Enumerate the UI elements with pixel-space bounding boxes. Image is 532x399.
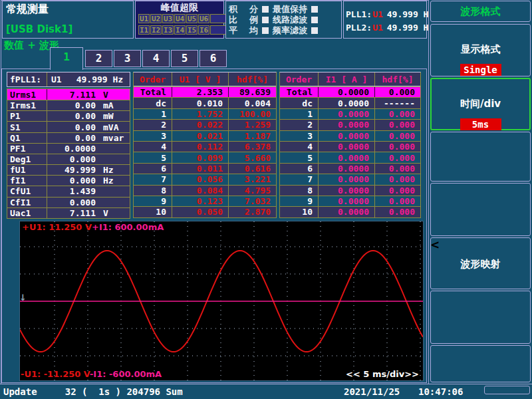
harmonic-hdf: 0.004 [228, 98, 276, 108]
softkey-6[interactable]: 波形映射 [430, 237, 531, 289]
measure-unit: V [98, 90, 130, 100]
harmonic-value: 0.0000 [318, 87, 374, 97]
fpll1-header: fPLL1: U1 49.999 Hz [7, 72, 130, 87]
harmonic-row-7: 70.00000.000 [280, 174, 420, 184]
harmonic-hdf: 0.000 [374, 109, 420, 119]
harmonic-hdf: 7.032 [228, 196, 276, 206]
measure-value: 0.00 [47, 133, 98, 143]
harmonic-col-header: Order [280, 72, 318, 86]
harmonic-order: 3 [280, 131, 318, 141]
harmonic-value: 0.0000 [318, 164, 374, 174]
harmonic-value: 0.0000 [318, 196, 374, 206]
measure-label: fU1 [7, 165, 47, 175]
harmonic-row-4: 40.00000.000 [280, 141, 420, 152]
fpll1-label: fPLL1: [7, 72, 47, 86]
pll-source: U1 [372, 9, 383, 19]
harmonic-hdf: 0.000 [374, 152, 420, 162]
measure-label: Irms1 [7, 100, 47, 110]
harmonic-value: 0.0000 [318, 207, 374, 217]
harmonic-order: 9 [134, 196, 172, 206]
harmonic-total-row: Total0.00000.000 [280, 86, 420, 97]
harmonic-value: 0.011 [172, 164, 228, 174]
harmonic-row-8: 80.0844.795 [134, 185, 276, 196]
harmonic-row-3: 30.0211.187 [134, 130, 276, 141]
harmonic-value: 0.0000 [318, 120, 374, 130]
peak-overlimit-box: 峰值超限 U1U2U3U4U5U6 I1I2I3I4I5I6 [135, 1, 224, 39]
measure-row-fu1: fU149.999Hz [7, 164, 130, 175]
harmonic-order: 10 [134, 207, 172, 217]
harmonic-row-9: 90.00000.000 [280, 196, 420, 206]
measure-unit: Hz [98, 176, 130, 186]
harmonic-order: dc [134, 98, 172, 108]
peak-cell-u4: U4 [174, 14, 186, 23]
measure-unit: Hz [98, 165, 130, 175]
tab-page-4[interactable]: 4 [142, 50, 170, 67]
harmonic-value: 0.0000 [318, 98, 374, 108]
indicator-square-icon [311, 6, 318, 13]
measure-row-urms1: Urms17.111V [7, 89, 130, 100]
harmonic-hdf: 0.000 [374, 131, 420, 141]
indicator-label: 频率滤波 [273, 25, 307, 37]
peak-cell-u2: U2 [150, 14, 162, 23]
peak-cell-i2: I2 [150, 25, 162, 35]
harmonic-hdf: 1.259 [228, 120, 276, 130]
measure-row-deg1: Deg10.000 [7, 154, 130, 164]
harmonic-value: 0.010 [172, 98, 228, 108]
measure-label: fI1 [7, 176, 47, 186]
harmonic-row-8: 80.00000.000 [280, 185, 420, 196]
measure-row-pf1: PF10.0000 [7, 143, 130, 154]
waveform-bottom-scale: -U1: -11.250 V-I1: -600.00mA [21, 369, 162, 379]
softkey-2[interactable]: 显示格式Single [430, 24, 531, 76]
measure-value: 1.439 [47, 186, 98, 196]
measure-label: Deg1 [7, 154, 47, 164]
harmonic-header-row: OrderI1 [ A ]hdf[%] [280, 72, 420, 86]
harmonic-value: 0.0000 [318, 131, 374, 141]
harmonic-order: 1 [134, 109, 172, 119]
measure-label: S1 [7, 122, 47, 132]
measure-label: Uac1 [7, 208, 47, 218]
softkey-5 [430, 183, 531, 236]
status-time: 10:47:06 [418, 386, 463, 397]
measure-row-fi1: fI10.000Hz [7, 175, 130, 186]
harmonic-order: 2 [280, 120, 318, 130]
tab-page-3[interactable]: 3 [114, 50, 141, 67]
pll1-readout: PLL1:U149.999 Hz [344, 7, 426, 21]
i1-bottom-scale: -I1: -600.00mA [90, 369, 162, 379]
fpll1-value: 49.999 Hz [76, 74, 123, 84]
harmonic-value: 0.022 [172, 120, 228, 130]
measure-unit: V [98, 208, 130, 218]
header-mode-box: 常规测量 [USB Disk1] [2, 1, 134, 39]
timebase-label: << 5 ms/div>> [346, 369, 419, 379]
harmonic-order: 5 [280, 152, 318, 162]
measure-value: 0.00 [47, 111, 98, 121]
harmonic-value: 0.050 [172, 207, 228, 217]
harmonic-col-header: Order [134, 72, 172, 86]
harmonic-col-header: hdf[%] [374, 72, 420, 86]
tab-page-5[interactable]: 5 [171, 50, 198, 67]
harmonic-hdf: 0.000 [374, 87, 420, 97]
harmonic-hdf: 0.000 [374, 196, 420, 206]
harmonic-order: 8 [280, 186, 318, 196]
tab-page-6[interactable]: 6 [200, 50, 227, 67]
tab-page-2[interactable]: 2 [85, 50, 112, 67]
pll-name: PLL2: [346, 23, 372, 33]
harmonic-order: dc [280, 98, 318, 108]
measure-label: P1 [7, 111, 47, 121]
measure-label: CfI1 [7, 198, 47, 207]
tab-page-1[interactable]: 1 [50, 47, 83, 70]
harmonic-order: 1 [280, 109, 318, 119]
softkey-3[interactable]: 时间/div5ms [430, 78, 531, 130]
peak-overlimit-title: 峰值超限 [136, 2, 223, 14]
waveform-canvas [20, 221, 423, 380]
harmonic-order: 7 [280, 174, 318, 184]
sidebar-title: 波形格式 [431, 1, 530, 18]
peak-cell-u5: U5 [186, 14, 198, 23]
u1-top-scale: +U1: 11.250 V [22, 222, 92, 232]
i1-top-scale: +I1: 600.00mA [92, 222, 164, 232]
fpll1-source: U1 [47, 74, 62, 84]
harmonic-order: 4 [134, 142, 172, 152]
measure-unit: mVA [98, 122, 130, 132]
harmonic-row-9: 90.1237.032 [134, 196, 276, 206]
peak-cell-i1: I1 [138, 25, 150, 35]
harmonic-row-5: 50.00000.000 [280, 152, 420, 162]
